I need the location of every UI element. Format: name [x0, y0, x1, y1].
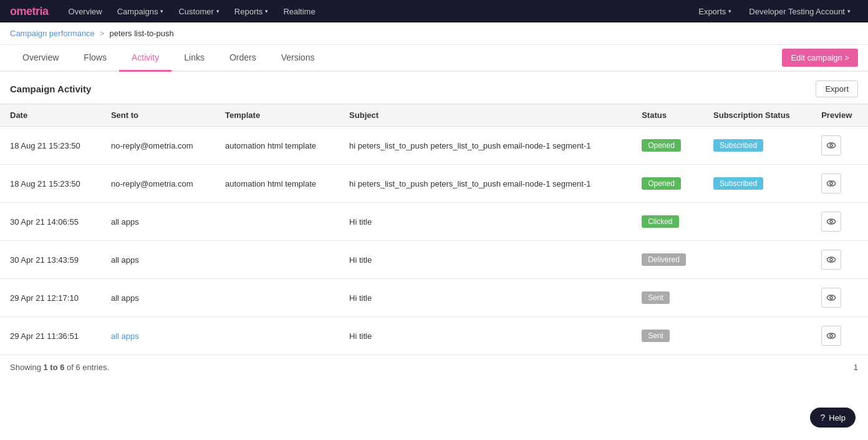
chevron-down-icon: ▾	[160, 8, 163, 14]
cell-sent-to: all apps	[101, 203, 215, 241]
edit-campaign-button[interactable]: Edit campaign >	[782, 49, 858, 67]
nav-realtime[interactable]: Realtime	[276, 0, 322, 22]
svg-point-11	[830, 335, 832, 337]
cell-template	[215, 279, 339, 317]
cell-preview	[811, 203, 868, 241]
svg-point-6	[827, 257, 836, 262]
nav-customer[interactable]: Customer ▾	[171, 0, 226, 22]
table-header-row: Date Sent to Template Subject Status Sub…	[0, 104, 868, 127]
preview-button[interactable]	[821, 288, 841, 308]
cell-subscription-status: Subscribed	[703, 127, 811, 165]
svg-point-5	[830, 220, 832, 223]
cell-subject: Hi title	[339, 241, 632, 279]
tabs-bar: Overview Flows Activity Links Orders Ver…	[0, 45, 868, 72]
status-badge: Delivered	[642, 253, 686, 266]
tab-orders[interactable]: Orders	[217, 45, 269, 72]
subscription-status-badge: Subscribed	[713, 177, 763, 190]
section-title: Campaign Activity	[10, 84, 91, 94]
col-date: Date	[0, 104, 101, 127]
export-button[interactable]: Export	[816, 81, 858, 97]
eye-icon	[826, 255, 836, 265]
status-badge: Sent	[642, 330, 670, 342]
cell-date: 18 Aug 21 15:23:50	[0, 165, 101, 203]
cell-preview	[811, 317, 868, 355]
cell-template	[215, 241, 339, 279]
cell-status: Sent	[632, 317, 703, 355]
svg-point-2	[827, 181, 836, 186]
subscription-status-badge: Subscribed	[713, 139, 763, 152]
cell-subscription-status	[703, 203, 811, 241]
tab-flows[interactable]: Flows	[71, 45, 119, 72]
svg-point-7	[830, 258, 832, 261]
cell-status: Opened	[632, 165, 703, 203]
preview-button[interactable]	[821, 250, 841, 270]
page-number: 1	[854, 363, 858, 372]
chevron-down-icon: ▾	[728, 8, 731, 14]
svg-point-8	[827, 295, 836, 300]
tab-links[interactable]: Links	[171, 45, 217, 72]
preview-button[interactable]	[821, 326, 841, 346]
nav-campaigns[interactable]: Campaigns ▾	[110, 0, 171, 22]
svg-point-1	[830, 144, 832, 147]
chevron-down-icon: ▾	[847, 8, 851, 14]
cell-sent-to: all apps	[101, 279, 215, 317]
tabs: Overview Flows Activity Links Orders Ver…	[10, 45, 327, 71]
showing-text: Showing 1 to 6 of 6 entries.	[10, 363, 109, 372]
cell-subject: Hi title	[339, 279, 632, 317]
section-header: Campaign Activity Export	[0, 72, 868, 104]
preview-button[interactable]	[821, 174, 841, 193]
activity-table: Date Sent to Template Subject Status Sub…	[0, 104, 868, 355]
col-sent-to: Sent to	[101, 104, 215, 127]
cell-subject: hi peters_list_to_push peters_list_to_pu…	[339, 127, 632, 165]
tab-overview[interactable]: Overview	[10, 45, 71, 72]
cell-sent-to: no-reply@ometria.com	[101, 127, 215, 165]
cell-status: Sent	[632, 279, 703, 317]
cell-date: 30 Apr 21 13:43:59	[0, 241, 101, 279]
svg-point-0	[827, 143, 836, 148]
table-footer: Showing 1 to 6 of 6 entries. 1	[0, 355, 868, 379]
cell-preview	[811, 165, 868, 203]
eye-icon	[826, 217, 836, 227]
cell-date: 18 Aug 21 15:23:50	[0, 127, 101, 165]
breadcrumb-separator: >	[100, 29, 105, 38]
cell-subscription-status	[703, 317, 811, 355]
nav-exports[interactable]: Exports ▾	[691, 0, 739, 22]
cell-sent-to: all apps	[101, 241, 215, 279]
nav-account[interactable]: Developer Testing Account ▾	[741, 0, 858, 22]
cell-date: 30 Apr 21 14:06:55	[0, 203, 101, 241]
preview-button[interactable]	[821, 135, 841, 155]
table-row: 30 Apr 21 14:06:55all appsHi titleClicke…	[0, 203, 868, 241]
nav-left: ometria Overview Campaigns ▾ Customer ▾ …	[10, 0, 323, 22]
table-row: 29 Apr 21 12:17:10all appsHi titleSent	[0, 279, 868, 317]
cell-subject: hi peters_list_to_push peters_list_to_pu…	[339, 165, 632, 203]
chevron-down-icon: ▾	[216, 8, 219, 14]
breadcrumb-parent[interactable]: Campaign performance	[10, 29, 95, 38]
tab-versions[interactable]: Versions	[269, 45, 327, 72]
svg-point-4	[827, 219, 836, 224]
eye-icon	[826, 331, 836, 341]
nav-overview[interactable]: Overview	[61, 0, 110, 22]
cell-subject: Hi title	[339, 317, 632, 355]
cell-subscription-status: Subscribed	[703, 165, 811, 203]
cell-preview	[811, 279, 868, 317]
col-status: Status	[632, 104, 703, 127]
breadcrumb: Campaign performance > peters list-to-pu…	[0, 22, 868, 45]
preview-button[interactable]	[821, 212, 841, 232]
nav-right: Exports ▾ Developer Testing Account ▾	[691, 0, 858, 22]
cell-subscription-status	[703, 279, 811, 317]
table-row: 18 Aug 21 15:23:50no-reply@ometria.comau…	[0, 165, 868, 203]
col-preview: Preview	[811, 104, 868, 127]
status-badge: Sent	[642, 291, 670, 304]
sent-to-link[interactable]: all apps	[111, 331, 139, 341]
tab-activity[interactable]: Activity	[119, 45, 171, 72]
svg-point-3	[830, 182, 832, 185]
cell-status: Clicked	[632, 203, 703, 241]
cell-template	[215, 203, 339, 241]
cell-subject: Hi title	[339, 203, 632, 241]
cell-sent-to[interactable]: all apps	[101, 317, 215, 355]
eye-icon	[826, 140, 836, 150]
nav-reports[interactable]: Reports ▾	[227, 0, 276, 22]
cell-template: automation html template	[215, 127, 339, 165]
col-template: Template	[215, 104, 339, 127]
cell-preview	[811, 127, 868, 165]
